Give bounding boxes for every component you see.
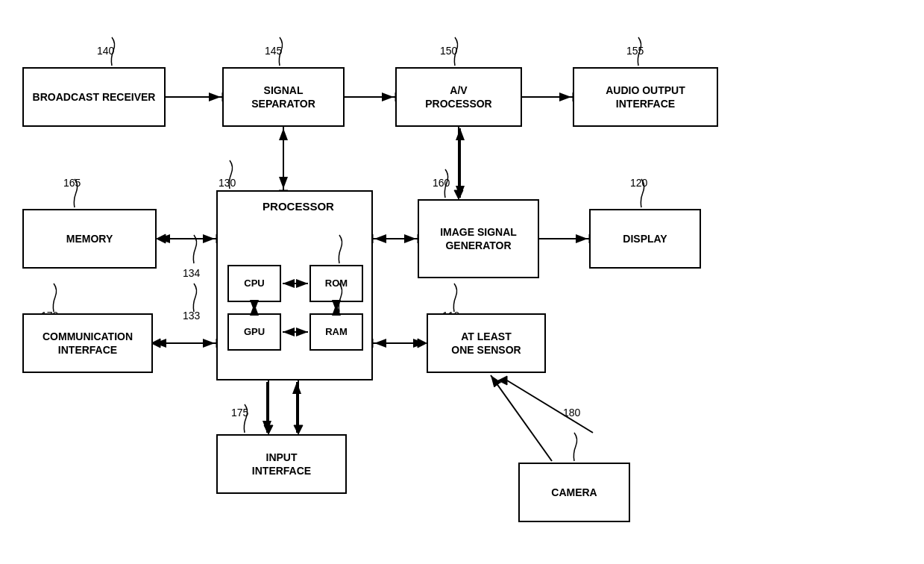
ref-175: 175 <box>231 407 248 419</box>
signal-separator-block: SIGNALSEPARATOR <box>222 67 345 127</box>
svg-marker-32 <box>498 376 507 385</box>
comm-interface-block: COMMUNICATIONINTERFACE <box>22 313 153 373</box>
ref-160: 160 <box>433 177 450 189</box>
memory-block: MEMORY <box>22 209 157 269</box>
ref-134: 134 <box>183 267 200 279</box>
ref-165: 165 <box>63 177 81 189</box>
svg-marker-28 <box>264 425 273 434</box>
broadcast-receiver-block: BROADCAST RECEIVER <box>22 67 166 127</box>
audio-output-block: AUDIO OUTPUTINTERFACE <box>573 67 718 127</box>
ref-133: 133 <box>183 310 200 322</box>
display-block: DISPLAY <box>589 209 701 269</box>
ref-150: 150 <box>440 45 457 57</box>
svg-marker-30 <box>294 425 303 434</box>
image-signal-block: IMAGE SIGNALGENERATOR <box>418 199 539 278</box>
ref-120: 120 <box>630 177 647 189</box>
gpu-block: GPU <box>227 313 281 351</box>
av-processor-block: A/VPROCESSOR <box>395 67 522 127</box>
diagram: 140 145 150 155 165 130 160 120 134 131 … <box>0 0 924 564</box>
sensor-block: AT LEASTONE SENSOR <box>427 313 546 373</box>
ref-155: 155 <box>626 45 644 57</box>
ref-130: 130 <box>219 177 236 189</box>
svg-marker-10 <box>454 190 463 199</box>
cpu-block: CPU <box>227 265 281 302</box>
ram-block: RAM <box>309 313 363 351</box>
input-interface-block: INPUTINTERFACE <box>216 434 347 494</box>
svg-marker-25 <box>418 339 427 348</box>
ref-140: 140 <box>97 45 114 57</box>
ref-145: 145 <box>265 45 282 57</box>
svg-marker-18 <box>157 234 166 243</box>
rom-block: ROM <box>309 265 363 302</box>
ref-180: 180 <box>563 407 580 419</box>
svg-line-50 <box>491 375 552 461</box>
camera-block: CAMERA <box>518 463 630 522</box>
